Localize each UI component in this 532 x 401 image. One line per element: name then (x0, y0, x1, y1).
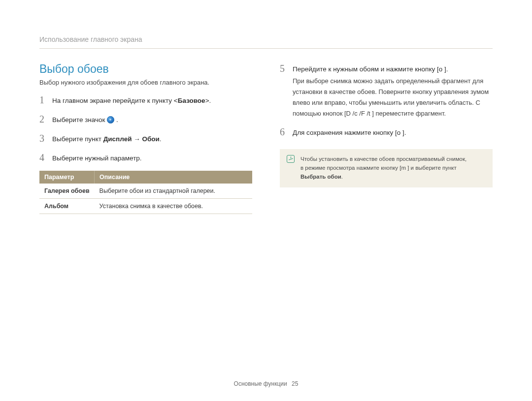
step-2: 2 Выберите значок . (39, 113, 252, 125)
section-title: Выбор обоев (39, 62, 252, 76)
page-number: 25 (292, 380, 298, 387)
table-cell-value: Выберите обои из стандартной галереи. (95, 184, 252, 199)
note-box: Чтобы установить в качестве обоев просма… (280, 149, 493, 187)
step-text: Выберите значок (52, 116, 107, 123)
step-6: 6 Для сохранения нажмите кнопку [o ]. (280, 126, 493, 138)
step-text: . (116, 116, 118, 123)
step-number: 1 (39, 94, 46, 106)
note-line: . (341, 174, 343, 180)
left-column: Выбор обоев Выбор нужного изображения дл… (39, 62, 252, 214)
note-line: Чтобы установить в качестве обоев просма… (300, 155, 466, 164)
step-number: 2 (39, 113, 46, 125)
table-row: Галерея обоев Выберите обои из стандартн… (39, 184, 252, 199)
step-5: 5 Перейдите к нужным обоям и нажмите кно… (280, 62, 493, 119)
intro-text: Выбор нужного изображения для обоев глав… (39, 79, 252, 86)
step-text: >. (205, 97, 211, 104)
table-header-param: Параметр (39, 171, 95, 184)
table-cell-key: Галерея обоев (39, 184, 95, 199)
step-1: 1 На главном экране перейдите к пункту <… (39, 94, 252, 106)
step-text: На главном экране перейдите к пункту < (52, 97, 178, 104)
note-icon (287, 155, 295, 163)
options-table: Параметр Описание Галерея обоев Выберите… (39, 171, 252, 214)
table-header-desc: Описание (95, 171, 252, 184)
step-bold: Базовое (178, 97, 205, 104)
step-3: 3 Выберите пункт Дисплей → Обои. (39, 132, 252, 145)
step-number: 3 (39, 132, 46, 144)
step-text: Выберите нужный параметр. (52, 154, 142, 162)
table-cell-key: Альбом (39, 198, 95, 214)
note-bold: Выбрать обои (300, 174, 341, 180)
page-footer: Основные функции 25 (0, 380, 532, 387)
table-cell-value: Установка снимка в качестве обоев. (95, 198, 252, 214)
table-row: Альбом Установка снимка в качестве обоев… (39, 198, 252, 214)
step-bold: Дисплей → Обои (103, 135, 160, 143)
step-number: 6 (280, 126, 287, 138)
step-number: 5 (280, 62, 287, 74)
step-text: Выберите пункт (52, 135, 103, 143)
step-text: Для сохранения нажмите кнопку [o ]. (293, 128, 406, 138)
footer-section: Основные функции (234, 380, 287, 387)
step-4: 4 Выберите нужный параметр. (39, 152, 252, 164)
wallpaper-icon (107, 116, 114, 123)
step-text: . (160, 135, 162, 143)
step-text: Перейдите к нужным обоям и нажмите кнопк… (293, 64, 493, 75)
note-line: в режиме просмотра нажмите кнопку [m ] и… (300, 165, 457, 171)
breadcrumb: Использование главного экрана (39, 35, 493, 49)
step-number: 4 (39, 152, 46, 163)
right-column: 5 Перейдите к нужным обоям и нажмите кно… (280, 62, 493, 214)
step-subtext: При выборе снимка можно задать определен… (293, 76, 493, 119)
